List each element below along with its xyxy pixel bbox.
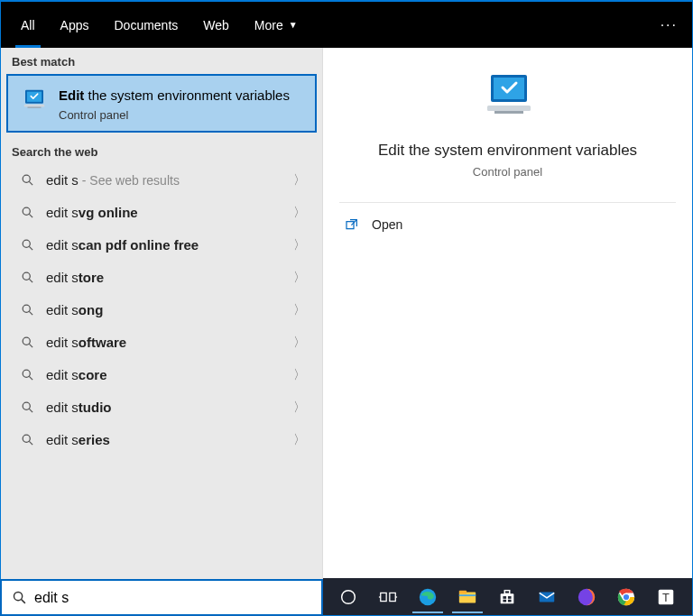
tab-web[interactable]: Web bbox=[190, 2, 242, 48]
taskbar-explorer-button[interactable] bbox=[448, 578, 487, 615]
svg-point-21 bbox=[23, 435, 30, 442]
web-suggestion[interactable]: edit score〉 bbox=[1, 359, 322, 391]
preview-title: Edit the system environment variables bbox=[323, 142, 692, 160]
tab-label: All bbox=[21, 18, 35, 32]
svg-rect-27 bbox=[487, 106, 531, 111]
svg-rect-40 bbox=[504, 590, 510, 593]
search-icon bbox=[19, 271, 35, 284]
suggestion-text: edit scan pdf online free bbox=[46, 237, 293, 253]
svg-rect-42 bbox=[508, 596, 512, 599]
svg-rect-4 bbox=[28, 107, 42, 108]
svg-rect-31 bbox=[381, 593, 386, 601]
results-pane: Best match Edit the system environment v… bbox=[1, 48, 323, 615]
tab-label: Documents bbox=[114, 18, 178, 32]
svg-rect-28 bbox=[494, 111, 523, 114]
open-action[interactable]: Open bbox=[323, 203, 692, 246]
suggestion-text: edit series bbox=[46, 432, 293, 447]
web-suggestion[interactable]: edit song〉 bbox=[1, 294, 322, 326]
options-icon[interactable]: ··· bbox=[661, 17, 678, 33]
open-icon bbox=[345, 217, 359, 232]
best-match-text: Edit the system environment variables Co… bbox=[59, 87, 290, 122]
svg-line-14 bbox=[29, 311, 32, 315]
tab-documents[interactable]: Documents bbox=[101, 2, 190, 48]
taskbar-chrome-button[interactable] bbox=[606, 578, 646, 615]
chevron-right-icon: 〉 bbox=[293, 335, 306, 351]
svg-point-11 bbox=[23, 272, 30, 280]
tab-label: Apps bbox=[60, 18, 89, 32]
chevron-down-icon: ▼ bbox=[289, 20, 298, 30]
svg-line-10 bbox=[29, 246, 32, 250]
tab-label: Web bbox=[203, 18, 229, 32]
web-suggestion[interactable]: edit svg online〉 bbox=[1, 197, 322, 229]
body: Best match Edit the system environment v… bbox=[1, 48, 692, 615]
svg-line-20 bbox=[29, 409, 32, 412]
svg-rect-41 bbox=[503, 596, 506, 599]
tab-all[interactable]: All bbox=[8, 2, 48, 48]
search-input[interactable] bbox=[32, 581, 318, 614]
best-match-header: Best match bbox=[1, 48, 322, 74]
suggestion-text: edit studio bbox=[46, 400, 293, 415]
taskbar-cortana-button[interactable] bbox=[328, 578, 368, 615]
search-icon bbox=[19, 303, 35, 317]
svg-rect-44 bbox=[508, 599, 512, 602]
best-match-subtitle: Control panel bbox=[59, 108, 290, 122]
svg-rect-3 bbox=[24, 105, 45, 107]
open-label: Open bbox=[372, 217, 402, 232]
tab-apps[interactable]: Apps bbox=[48, 2, 102, 48]
chevron-right-icon: 〉 bbox=[293, 270, 306, 286]
svg-line-8 bbox=[29, 214, 32, 217]
taskbar-store-button[interactable] bbox=[487, 578, 527, 615]
taskbar-app-button[interactable]: T bbox=[646, 578, 686, 615]
web-suggestion[interactable]: edit software〉 bbox=[1, 326, 322, 359]
suggestion-text: edit svg online bbox=[46, 205, 293, 220]
web-suggestion[interactable]: edit scan pdf online free〉 bbox=[1, 229, 322, 262]
web-suggestion[interactable]: edit s - See web results〉 bbox=[1, 164, 322, 197]
tab-more[interactable]: More▼ bbox=[242, 2, 310, 48]
svg-point-23 bbox=[14, 592, 22, 600]
suggestion-text: edit store bbox=[46, 270, 293, 285]
suggestion-text: edit software bbox=[46, 335, 293, 350]
svg-line-12 bbox=[29, 279, 32, 282]
svg-rect-29 bbox=[346, 222, 354, 229]
svg-point-15 bbox=[23, 337, 30, 345]
svg-line-18 bbox=[29, 376, 32, 380]
suggestion-text: edit s - See web results bbox=[46, 172, 293, 188]
search-icon bbox=[19, 336, 35, 349]
chevron-right-icon: 〉 bbox=[293, 302, 306, 318]
chevron-right-icon: 〉 bbox=[293, 400, 306, 416]
tab-label: More bbox=[254, 18, 283, 32]
web-suggestion[interactable]: edit studio〉 bbox=[1, 391, 322, 424]
best-match-title: Edit the system environment variables bbox=[59, 87, 290, 105]
chevron-right-icon: 〉 bbox=[293, 205, 306, 221]
svg-point-17 bbox=[23, 370, 30, 377]
search-icon bbox=[19, 238, 35, 252]
start-search-window: All Apps Documents Web More▼ ··· Best ma… bbox=[0, 0, 693, 616]
svg-point-7 bbox=[23, 207, 30, 215]
preview-pane: Edit the system environment variables Co… bbox=[323, 48, 692, 615]
search-icon bbox=[5, 590, 32, 605]
web-suggestions: edit s - See web results〉edit svg online… bbox=[1, 164, 322, 581]
search-icon bbox=[19, 400, 35, 414]
svg-text:T: T bbox=[662, 590, 670, 603]
preview-subtitle: Control panel bbox=[323, 165, 692, 179]
taskbar-mail-button[interactable] bbox=[527, 578, 567, 615]
taskbar-firefox-button[interactable] bbox=[567, 578, 606, 615]
chevron-right-icon: 〉 bbox=[293, 172, 306, 188]
search-icon bbox=[19, 368, 35, 382]
search-icon bbox=[19, 433, 35, 446]
best-match-result[interactable]: Edit the system environment variables Co… bbox=[6, 74, 317, 133]
taskbar-edge-button[interactable] bbox=[408, 578, 448, 615]
taskbar: T bbox=[323, 578, 692, 615]
chevron-right-icon: 〉 bbox=[293, 367, 306, 383]
web-suggestion[interactable]: edit series〉 bbox=[1, 424, 322, 456]
preview-header: Edit the system environment variables Co… bbox=[323, 48, 692, 179]
search-web-header: Search the web bbox=[1, 138, 322, 164]
svg-rect-32 bbox=[390, 593, 395, 601]
taskbar-taskview-button[interactable] bbox=[368, 578, 408, 615]
search-icon bbox=[19, 173, 35, 187]
svg-rect-45 bbox=[540, 592, 555, 602]
web-suggestion[interactable]: edit store〉 bbox=[1, 262, 322, 294]
svg-line-24 bbox=[21, 600, 24, 603]
search-icon bbox=[19, 206, 35, 219]
svg-point-19 bbox=[23, 402, 30, 409]
